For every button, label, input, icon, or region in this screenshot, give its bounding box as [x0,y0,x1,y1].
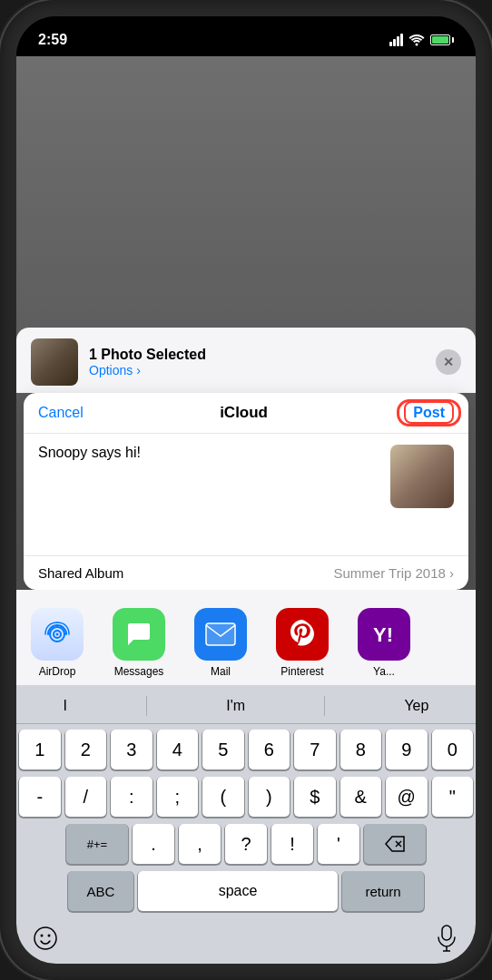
share-thumbnail [31,338,78,386]
key-7[interactable]: 7 [294,730,336,769]
messages-icon-bg [113,608,165,661]
app-icon-messages[interactable]: Messages [98,608,180,678]
suggestion-im[interactable]: I'm [212,694,260,718]
icloud-dialog: Cancel iCloud Post Snoopy says hi! Share… [24,393,468,590]
wifi-icon [408,34,425,46]
phone-frame: 2:59 [0,0,492,980]
svg-point-9 [34,927,56,949]
key-semicolon[interactable]: ; [157,777,199,817]
microphone-button[interactable] [428,920,465,956]
pinterest-svg [289,618,316,651]
key-at[interactable]: @ [386,777,428,817]
post-button-ring [397,399,461,426]
key-colon[interactable]: : [111,777,153,817]
backspace-icon [385,836,405,852]
album-row[interactable]: Shared Album Summer Trip 2018 › [24,555,468,590]
abc-key[interactable]: ABC [68,871,133,911]
key-question[interactable]: ? [225,824,267,864]
app-icon-yahoo[interactable]: Y! Ya... [343,608,425,678]
return-key[interactable]: return [342,871,424,911]
pinterest-label: Pinterest [280,665,323,678]
pinterest-icon-bg [276,608,329,661]
key-2[interactable]: 2 [65,730,107,769]
key-1[interactable]: 1 [19,730,61,769]
message-text[interactable]: Snoopy says hi! [38,445,379,461]
post-button-wrapper: Post [404,405,454,421]
dialog-title: iCloud [220,404,268,422]
suggestion-divider-2 [324,696,325,716]
key-period[interactable]: . [133,824,174,864]
airdrop-icon-bg [31,608,84,661]
cancel-button[interactable]: Cancel [38,405,84,421]
battery-icon [430,34,454,45]
attached-photo [390,445,454,508]
suggestion-divider-1 [146,696,147,716]
messages-svg [124,620,153,649]
app-icon-pinterest[interactable]: Pinterest [261,608,343,678]
key-row-symbols: - / : ; ( ) $ & @ " [19,777,473,817]
signal-icon [389,34,403,46]
suggestion-i[interactable]: I [49,694,82,718]
key-5[interactable]: 5 [202,730,244,769]
microphone-icon [437,925,457,952]
mail-label: Mail [211,665,231,678]
key-closeparen[interactable]: ) [249,777,290,817]
app-icon-airdrop[interactable]: AirDrop [16,608,98,678]
phone-screen: 2:59 [16,16,476,964]
key-rows: 1 2 3 4 5 6 7 8 9 0 - / [16,724,476,916]
status-icons [389,34,454,46]
share-close-button[interactable]: ✕ [436,349,461,375]
album-label: Shared Album [38,565,123,581]
airdrop-label: AirDrop [39,665,76,678]
icloud-body: Snoopy says hi! [24,434,468,519]
yahoo-svg: Y! [369,620,399,649]
airdrop-svg [41,618,74,651]
svg-point-10 [41,935,44,937]
svg-rect-12 [442,926,451,940]
key-comma[interactable]: , [179,824,221,864]
key-apostrophe[interactable]: ' [318,824,359,864]
key-row-numbers: 1 2 3 4 5 6 7 8 9 0 [19,730,473,769]
svg-point-0 [416,44,418,46]
icloud-header: Cancel iCloud Post [24,393,468,434]
svg-text:Y!: Y! [373,623,393,646]
key-exclaim[interactable]: ! [271,824,313,864]
key-row-bottom: ABC space return [19,871,473,911]
share-photo-count: 1 Photo Selected [89,347,206,363]
key-8[interactable]: 8 [340,730,382,769]
svg-rect-4 [206,623,235,645]
key-dash[interactable]: - [19,777,61,817]
share-options-link[interactable]: Options › [89,363,206,377]
key-9[interactable]: 9 [386,730,428,769]
status-time: 2:59 [38,32,67,48]
app-icon-mail[interactable]: Mail [180,608,261,678]
key-hashtag[interactable]: #+= [66,824,128,864]
key-6[interactable]: 6 [249,730,290,769]
notch [178,16,314,42]
key-3[interactable]: 3 [111,730,153,769]
key-0[interactable]: 0 [432,730,474,769]
key-quote[interactable]: " [432,777,474,817]
space-key[interactable]: space [138,871,338,911]
yahoo-label: Ya... [373,665,395,678]
share-spacer [16,590,476,597]
suggestion-yep[interactable]: Yep [389,694,443,718]
app-icons-row: AirDrop Messages [16,597,476,685]
keyboard-area: I I'm Yep 1 2 3 4 5 6 7 [16,685,476,964]
share-header: 1 Photo Selected Options › ✕ [16,328,476,393]
share-sheet: 1 Photo Selected Options › ✕ Cancel iClo… [16,56,476,964]
key-ampersand[interactable]: & [340,777,382,817]
emoji-icon [33,926,58,951]
mail-icon-bg [194,608,247,661]
backspace-key[interactable] [364,824,426,864]
messages-label: Messages [114,665,164,678]
emoji-button[interactable] [27,920,64,956]
key-openparen[interactable]: ( [202,777,244,817]
key-4[interactable]: 4 [157,730,199,769]
key-dollar[interactable]: $ [294,777,336,817]
svg-point-3 [56,633,59,636]
key-row-misc: #+= . , ? ! ' [19,824,473,864]
album-value: Summer Trip 2018 › [333,565,454,581]
key-slash[interactable]: / [65,777,107,817]
svg-point-11 [48,935,51,937]
